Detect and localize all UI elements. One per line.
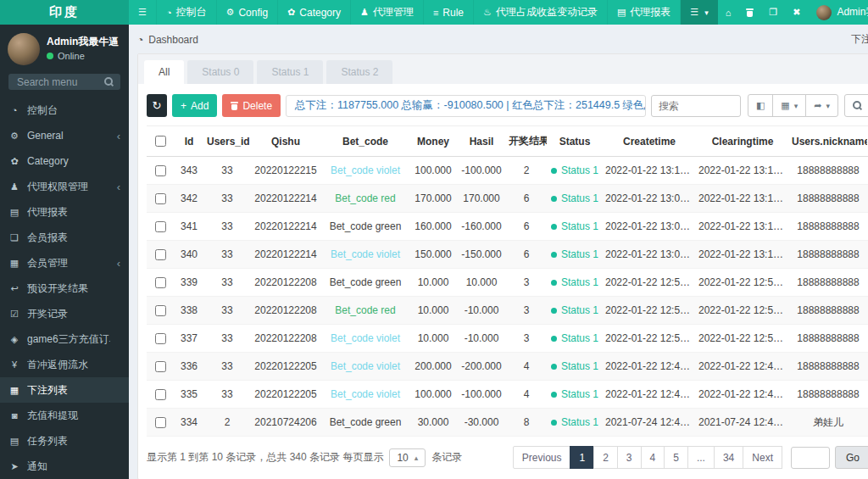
nav-icon-button[interactable]: ❐ — [761, 0, 785, 25]
page-button[interactable]: Previous — [513, 446, 571, 469]
nav-item[interactable]: ♟ 代理管理 — [351, 0, 424, 25]
row-checkbox[interactable] — [155, 361, 166, 372]
row-checkbox[interactable] — [155, 305, 166, 316]
brand-logo[interactable]: 印度 — [0, 0, 129, 25]
sidebar-item[interactable]: ❏ 会员报表 ‹ — [0, 225, 129, 250]
cell-hasil: -30.000 — [457, 409, 506, 437]
page-button[interactable]: 1 — [570, 446, 594, 469]
gears-icon: ⚙ — [8, 131, 20, 142]
row-checkbox[interactable] — [155, 277, 166, 288]
refresh-button[interactable]: ↻ — [147, 94, 167, 117]
select-all-checkbox[interactable] — [155, 136, 166, 147]
gem-icon: ◈ — [8, 334, 20, 345]
sidebar-item[interactable]: ▦ 下注列表 ‹ — [0, 377, 129, 403]
cell-select — [147, 213, 174, 241]
cell-select — [147, 297, 174, 325]
column-header[interactable]: Qishu — [250, 126, 321, 157]
page-button[interactable]: Next — [743, 446, 782, 469]
go-button[interactable]: Go — [835, 446, 868, 469]
page-button[interactable]: 5 — [664, 446, 688, 469]
column-header[interactable]: Status — [547, 126, 603, 157]
cell-result: 4 — [506, 353, 547, 381]
column-header[interactable]: Hasil — [457, 126, 506, 157]
select-all-header — [147, 126, 174, 157]
column-header[interactable]: Clearingtime — [696, 126, 789, 157]
status-badge: Status 1 — [561, 304, 598, 316]
column-header[interactable]: Bet_code — [321, 126, 409, 157]
toolbar-right: ◧ ▦▾ ➦▾ — [651, 94, 868, 117]
goto-page-input[interactable] — [791, 447, 830, 469]
toggle-view-button[interactable]: ◧ — [748, 94, 773, 117]
status-tab[interactable]: All — [144, 60, 184, 84]
sidebar-search-input[interactable] — [15, 75, 99, 89]
column-header[interactable]: Money — [409, 126, 457, 157]
nav-icon-button[interactable]: ✖ — [785, 0, 808, 25]
delete-button[interactable]: Delete — [222, 94, 281, 117]
cell-clearingtime: 2022-01-22 12:45:01 — [696, 353, 789, 381]
cell-createtime: 2021-07-24 12:45:52 — [603, 409, 696, 437]
refresh-icon: ↻ — [153, 99, 162, 112]
nav-item[interactable]: ◔ 控制台 — [157, 0, 217, 25]
add-button[interactable]: +Add — [172, 94, 217, 117]
column-header[interactable]: 开奖结果 — [506, 126, 547, 157]
cell-bet-code: Bet_code red — [321, 185, 409, 213]
page-size-select[interactable]: 10 ▴ — [389, 448, 426, 467]
status-tab[interactable]: Status 2 — [326, 60, 392, 84]
cell-users-id: 33 — [204, 325, 250, 353]
row-checkbox[interactable] — [155, 389, 166, 400]
page-button[interactable]: 34 — [714, 446, 743, 469]
column-header[interactable]: Id — [174, 126, 204, 157]
sidebar-item[interactable]: ▤ 任务列表 ‹ — [0, 428, 129, 454]
caret-up-icon: ▴ — [415, 454, 419, 462]
row-checkbox[interactable] — [155, 333, 166, 344]
status-tab[interactable]: Status 0 — [187, 60, 253, 84]
sidebar-item[interactable]: ▤ 代理报表 ‹ — [0, 199, 129, 225]
page-button[interactable]: 2 — [593, 446, 618, 469]
bars-icon: ☰ — [690, 7, 698, 18]
cell-createtime: 2022-01-22 13:13:19 — [603, 157, 696, 185]
cell-status: Status 1 — [547, 269, 603, 297]
nav-item[interactable]: ☰ — [129, 0, 157, 25]
row-checkbox[interactable] — [155, 221, 166, 232]
row-checkbox[interactable] — [155, 165, 166, 176]
sidebar-item[interactable]: ♟ 代理权限管理 ‹ — [0, 174, 129, 199]
column-header[interactable]: Users.nickname — [789, 126, 867, 157]
status-tab[interactable]: Status 1 — [257, 60, 323, 84]
user-menu-name: Admin我最牛逼 — [837, 5, 868, 19]
user-menu[interactable]: Admin我最牛逼 — [808, 0, 868, 25]
nav-item[interactable]: ♨ 代理占成收益变动记录 — [474, 0, 608, 25]
page-button[interactable]: 3 — [617, 446, 642, 469]
nav-menu-toggle[interactable]: ☰ ▾ — [681, 0, 717, 25]
cell-clearingtime: 2022-01-22 12:54:01 — [696, 325, 789, 353]
search-button[interactable] — [844, 94, 868, 117]
row-checkbox[interactable] — [155, 249, 166, 260]
sidebar-item[interactable]: ✿ Category ‹ — [0, 148, 129, 174]
page-button[interactable]: ... — [687, 446, 715, 469]
nav-item[interactable]: ⚙ Config — [217, 0, 279, 25]
column-header[interactable]: Createtime — [603, 126, 696, 157]
export-icon: ➦ — [814, 100, 821, 111]
nav-icon-button[interactable]: ⌂ — [718, 0, 739, 25]
sidebar-item[interactable]: ➤ 通知 ‹ — [0, 454, 129, 479]
nav-item[interactable]: ≡ Rule — [424, 0, 474, 25]
cell-money: 30.000 — [409, 409, 457, 437]
columns-button[interactable]: ▦▾ — [772, 94, 806, 117]
nav-item[interactable]: ▤ 代理报表 — [608, 0, 681, 25]
table-search-input[interactable] — [651, 95, 741, 117]
page-button[interactable]: 4 — [641, 446, 665, 469]
sidebar-item[interactable]: ◙ 充值和提现 ‹ — [0, 403, 129, 428]
sidebar-item[interactable]: ☑ 开奖记录 ‹ — [0, 301, 129, 326]
sidebar-item[interactable]: ◔ 控制台 ‹ — [0, 97, 129, 123]
sidebar-item[interactable]: ↩ 预设开奖结果 ‹ — [0, 276, 129, 301]
sidebar-item[interactable]: ▦ 会员管理 ‹ — [0, 250, 129, 276]
search-icon[interactable] — [104, 77, 114, 86]
export-button[interactable]: ➦▾ — [805, 94, 838, 117]
nav-item[interactable]: ✿ Category — [278, 0, 351, 25]
row-checkbox[interactable] — [155, 193, 166, 204]
column-header[interactable]: Users_id — [204, 126, 250, 157]
sidebar-item[interactable]: ⚙ General ‹ — [0, 123, 129, 148]
sidebar-item[interactable]: ¥ 首冲返佣流水 ‹ — [0, 352, 129, 377]
row-checkbox[interactable] — [155, 417, 166, 428]
nav-icon-button[interactable] — [738, 0, 761, 25]
sidebar-item[interactable]: ◈ game6三方充值订单 ‹ — [0, 326, 129, 352]
